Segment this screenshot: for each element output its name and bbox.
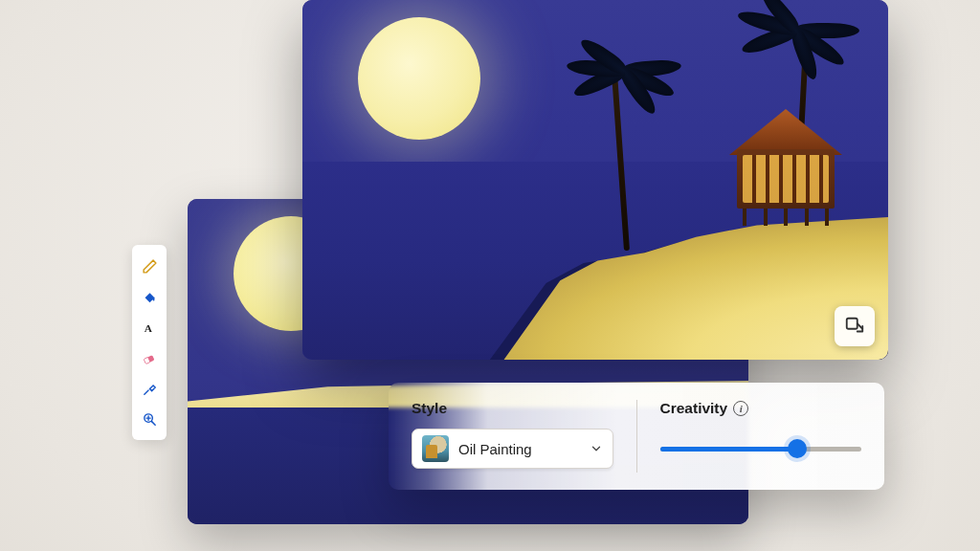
info-icon[interactable]: i <box>733 401 748 416</box>
chevron-down-icon <box>590 442 603 455</box>
bucket-icon <box>142 289 158 305</box>
pencil-icon <box>142 258 158 275</box>
front-moon <box>358 17 480 140</box>
style-selected-label: Oil Painting <box>458 441 580 457</box>
text-icon: A <box>142 320 158 336</box>
zoom-icon <box>142 411 158 428</box>
expand-button[interactable] <box>835 306 875 346</box>
pencil-tool[interactable] <box>132 251 167 281</box>
eyedropper-tool[interactable] <box>132 373 167 404</box>
slider-fill <box>660 447 797 452</box>
svg-line-4 <box>151 421 155 425</box>
tool-toolbar: A <box>132 245 167 440</box>
expand-icon <box>844 316 865 337</box>
eyedropper-icon <box>142 381 158 397</box>
text-tool[interactable]: A <box>132 312 167 342</box>
eraser-tool[interactable] <box>132 342 167 373</box>
generated-canvas[interactable] <box>302 0 888 360</box>
style-heading: Style <box>412 400 613 417</box>
palm-tree <box>614 69 634 251</box>
fill-tool[interactable] <box>132 281 167 312</box>
style-section: Style Oil Painting <box>389 383 636 490</box>
svg-text:A: A <box>144 321 152 333</box>
eraser-icon <box>142 350 158 366</box>
beach-house <box>729 109 842 209</box>
cocreator-panel: Style Oil Painting Creativity i <box>389 383 884 490</box>
style-thumbnail <box>422 435 449 462</box>
svg-rect-7 <box>847 319 858 329</box>
zoom-tool[interactable] <box>132 404 167 434</box>
creativity-slider[interactable] <box>660 429 862 469</box>
slider-thumb[interactable] <box>788 439 807 458</box>
creativity-heading: Creativity i <box>660 400 862 417</box>
creativity-section: Creativity i <box>637 383 885 490</box>
style-dropdown[interactable]: Oil Painting <box>412 429 613 469</box>
creativity-heading-text: Creativity <box>660 400 728 417</box>
